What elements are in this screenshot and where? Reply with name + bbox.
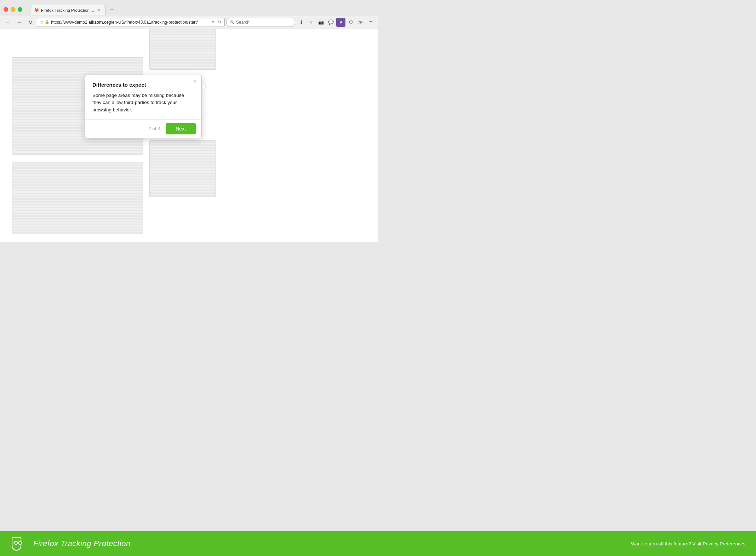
tab-favicon-icon: 🦊 — [34, 8, 39, 13]
next-button[interactable]: Next — [166, 123, 196, 134]
screenshot-button[interactable]: 📷 — [316, 18, 326, 27]
more-tools-button[interactable]: ≫ — [356, 18, 365, 27]
chat-button[interactable]: 💬 — [326, 18, 336, 27]
active-tab[interactable]: 🦊 Firefox Tracking Protection ... × — [30, 5, 106, 15]
address-reload-icon[interactable]: ↻ — [216, 19, 222, 25]
pocket-icon: P — [336, 18, 345, 27]
title-bar: 🦊 Firefox Tracking Protection ... × + — [0, 0, 378, 16]
popup-title: Differences to expect — [92, 82, 194, 88]
toolbar: ← → ↻ 🛡 🔒 https://www-demo2.allizom.org/… — [0, 16, 378, 29]
page-content: × Differences to expect Some page areas … — [0, 29, 378, 242]
back-button[interactable]: ← — [3, 17, 13, 27]
bookmark-button[interactable]: ☆ — [307, 18, 316, 27]
url-text[interactable]: https://www-demo2.allizom.org/en-US/fire… — [51, 20, 210, 25]
secure-icon: 🔒 — [45, 20, 50, 24]
info-button[interactable]: ℹ — [297, 18, 306, 27]
reload-button[interactable]: ↻ — [25, 17, 35, 27]
popup-close-button[interactable]: × — [191, 78, 198, 85]
share-button[interactable]: ⬡ — [346, 18, 355, 27]
placeholder-block-right-bottom — [149, 140, 216, 197]
popup: × Differences to expect Some page areas … — [85, 75, 202, 138]
tab-title: Firefox Tracking Protection ... — [41, 8, 94, 12]
url-dropdown-icon[interactable]: ▼ — [211, 20, 215, 24]
popup-text: Some page areas may be missing because t… — [92, 92, 194, 114]
placeholder-block-right-top — [149, 29, 216, 70]
popup-body: Differences to expect Some page areas ma… — [85, 75, 201, 119]
toolbar-icons: ℹ ☆ 📷 💬 P ⬡ ≫ ≡ — [297, 18, 375, 27]
close-button[interactable] — [4, 7, 8, 12]
traffic-lights — [4, 7, 22, 12]
browser-chrome: 🦊 Firefox Tracking Protection ... × + ← … — [0, 0, 378, 29]
placeholder-block-right-mid — [12, 162, 143, 234]
search-bar[interactable]: 🔍 — [226, 18, 295, 27]
minimize-button[interactable] — [11, 7, 15, 12]
menu-button[interactable]: ≡ — [366, 18, 375, 27]
tab-close-button[interactable]: × — [96, 7, 102, 13]
address-bar[interactable]: 🛡 🔒 https://www-demo2.allizom.org/en-US/… — [37, 18, 225, 27]
pocket-button[interactable]: P — [336, 18, 345, 27]
search-input[interactable] — [236, 20, 286, 25]
popup-footer: 2 of 3 Next — [85, 119, 201, 138]
search-icon: 🔍 — [229, 20, 234, 24]
tabs-bar: 🦊 Firefox Tracking Protection ... × + — [27, 4, 374, 15]
new-tab-button[interactable]: + — [107, 5, 117, 15]
forward-button[interactable]: → — [14, 17, 24, 27]
tracking-protection-icon: 🛡 — [39, 20, 43, 24]
maximize-button[interactable] — [18, 7, 22, 12]
pagination-indicator: 2 of 3 — [149, 126, 160, 131]
